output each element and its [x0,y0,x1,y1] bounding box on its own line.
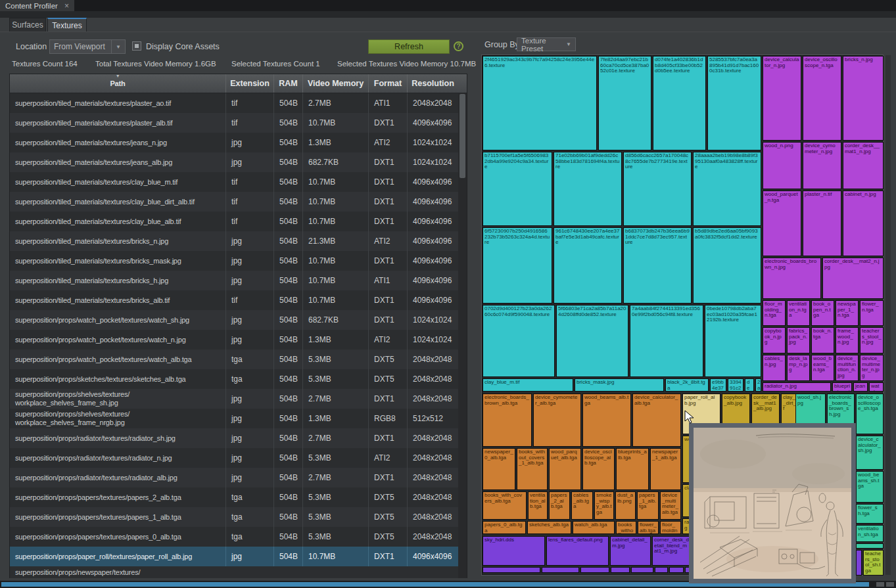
tab-textures[interactable]: Textures [47,18,87,32]
treemap-cell[interactable]: device_cymometer_alb.tga [533,394,581,447]
table-row[interactable]: superposition/tiled_materials/textures/b… [10,251,459,271]
treemap-cell[interactable]: b5d89dbe2ed6aa05bf9093a0fc3832f5dcf1dd2.… [693,227,761,304]
treemap-cell[interactable]: sky_hdri.dds [483,536,545,566]
treemap-cell[interactable] [856,550,862,576]
treemap-cell[interactable]: wood_beams_sh.tga [856,471,884,503]
treemap-cell[interactable]: wood_beams_alb.tga [582,394,631,447]
table-row[interactable]: superposition/tiled_materials/textures/c… [10,172,459,192]
treemap-cell[interactable]: flower_n.tga [860,300,884,326]
treemap-cell[interactable]: device_oscilloscope_n.tga [803,56,841,141]
treemap-cell[interactable]: newspaper_0_alb.tga [483,448,515,490]
treemap-cell[interactable]: papers_2_alb.tga [549,491,570,520]
table-row[interactable]: superposition/tiled_materials/textures/j… [10,152,459,172]
table-row[interactable]: superposition/props/papers/textures/pape… [10,527,459,547]
table-row[interactable]: superposition/props/watch_pocket/texture… [10,310,459,330]
group-by-dropdown[interactable]: Texture Preset ▼ [517,37,576,51]
table-row-partial[interactable]: superposition/props/newspaper/textures/ [10,566,459,578]
tab-content-profiler[interactable]: Content Profiler × [0,0,74,11]
treemap-cell[interactable]: books_without_covers_1_alb.tga [517,448,548,490]
treemap-cell[interactable]: newspaper_1_alb.tga [650,448,681,490]
table-row[interactable]: superposition/tiled_materials/textures/b… [10,271,459,290]
treemap-cell[interactable]: 71e02bb69b01af9dedd26c58bbe183d781694f4a… [554,152,622,226]
treemap-cell[interactable]: radiator_n.jpg [763,382,831,392]
treemap-cell[interactable]: copybook_alb.jpg [722,394,750,424]
treemap-cell[interactable]: blueprints_n.tga [832,382,852,392]
treemap-cell[interactable]: floor_molding_alb.tga [660,521,681,534]
treemap-cell[interactable]: desk_lamp_n.jpg [787,355,810,381]
treemap-cell[interactable]: black_2k_8bit.tga [665,378,709,392]
treemap-cell[interactable]: device_oscilloscope_alb.tga [582,448,615,490]
table-row[interactable]: superposition/props/shelves/textures/ wo… [10,389,459,409]
treemap-cell[interactable]: dust_alb.png [615,491,636,520]
treemap-cell[interactable] [856,543,884,549]
table-row[interactable]: superposition/tiled_materials/textures/c… [10,212,459,231]
close-icon[interactable]: × [64,3,69,9]
treemap-cell[interactable]: 5285537bfc7a0ea3a895b41d91d7bac1600c31b.… [707,56,761,150]
treemap-cell[interactable]: 961c6748430ee207a4ee37baf7e5e3d1ab49cafc… [554,227,622,304]
treemap-cell[interactable] [483,567,540,573]
treemap-cell[interactable]: cables_n.jpg [763,355,786,381]
treemap-cell[interactable]: book_open_n.tga [811,300,834,326]
treemap-cell[interactable]: plaster_n.tif [803,191,841,256]
treemap-cell[interactable]: 28aaaa2beb19b98e8b89f395130aaf0a483828ff… [693,152,761,226]
treemap-cell[interactable]: bricks_mask.jpg [575,378,664,392]
table-row[interactable]: superposition/props/radiator/textures/ra… [10,468,459,487]
table-row[interactable]: superposition/tiled_materials/textures/b… [10,290,459,310]
treemap-cell[interactable]: device_multimeter_n.jpg [860,355,884,381]
treemap-cell[interactable]: 5f66803e71ca2a85b7a11a204d2608ffd0de852.… [556,305,628,377]
refresh-button[interactable]: Refresh [368,39,450,54]
treemap-cell[interactable]: e9bb4e37221c [710,378,726,392]
treemap-cell[interactable]: wood_parquet_n.tga [763,191,801,256]
treemap-cell[interactable]: 6f57230907b250d4916586232b73b5263c324a4d… [483,227,552,304]
treemap-cell[interactable]: smoke_wispy_alb.tga [594,491,614,520]
treemap-cell[interactable]: teachers_stool_sh.tga [863,550,884,576]
treemap-cell[interactable]: 2a [755,378,761,392]
treemap-cell[interactable] [669,567,684,573]
table-row[interactable]: superposition/tiled_materials/textures/p… [10,113,459,133]
treemap-cell[interactable]: flower_alb.tga [638,521,659,534]
treemap-cell[interactable]: blueprints_alb.tga [616,448,649,490]
treemap-cell[interactable]: ventilation_n.tga [787,300,810,326]
table-row[interactable]: superposition/props/radiator/textures/ra… [10,428,459,448]
treemap-cell[interactable]: cabinet_detail_m.jpg [610,536,651,566]
treemap-cell[interactable]: desk_la [745,378,754,392]
treemap-cell[interactable]: fabrics_pack_n.jpg [787,327,810,353]
treemap-cell[interactable]: bricks_n.jpg [843,56,884,141]
treemap-cell[interactable]: 0bede10798db2aba7ec03ad1020a35fcae12192b… [705,305,761,377]
treemap-cell[interactable] [655,567,668,573]
treemap-cell[interactable]: books_without_cov [616,521,636,534]
column-header-path[interactable]: ▼ Path [10,74,226,93]
treemap-cell[interactable]: floor_molding_n.tga [763,300,786,326]
treemap-cell[interactable]: clay_blue_m.tif [483,378,573,392]
treemap-cell[interactable]: frame_wood_n.jpg [836,327,859,353]
table-row[interactable]: superposition/tiled_materials/textures/j… [10,133,459,152]
treemap-cell[interactable]: electronic_boards_brown_alb.tga [483,394,532,447]
treemap-cell[interactable]: wood_n.png [763,142,801,189]
column-header-extension[interactable]: Extension [226,74,274,93]
treemap-cell[interactable]: wood_beams_n.tga [811,355,834,381]
table-vertical-scrollbar[interactable] [458,93,467,578]
treemap-cell[interactable] [631,567,653,573]
treemap-cell[interactable]: books_with_covers_alb.tga [483,491,527,520]
table-row[interactable]: superposition/tiled_materials/textures/c… [10,192,459,212]
table-row[interactable]: superposition/props/watch_pocket/texture… [10,330,459,350]
treemap-cell[interactable]: papers_0_alb.tga [483,521,526,534]
treemap-cell[interactable]: watch_alb.tga [573,521,615,534]
treemap-cell[interactable]: corder_desk__mat1_n.jpg [843,142,884,189]
table-row[interactable]: superposition/props/shelves/textures/ wo… [10,409,459,428]
treemap-cell[interactable]: cables_alb.tga [571,491,593,520]
treemap-cell[interactable] [542,567,579,573]
table-row[interactable]: superposition/props/papers/textures/pape… [10,487,459,507]
treemap-cell[interactable]: wood_parquet_alb.tga [549,448,581,490]
treemap-cell[interactable]: device_multimeter_alb.tga [660,491,681,520]
treemap-cell[interactable] [611,567,630,573]
treemap-cell[interactable]: corder_desk__mat1_alb.jpg [751,394,780,424]
table-row[interactable]: superposition/props/papers/textures/pape… [10,507,459,527]
treemap-cell[interactable] [580,567,609,573]
treemap-cell[interactable]: book_n.tga [811,327,834,353]
table-row[interactable]: superposition/props/watch_pocket/texture… [10,350,459,369]
treemap-cell[interactable]: watch_n.jpg [869,382,884,392]
treemap-cell[interactable]: flower_sh.tga [856,504,884,524]
treemap-cell[interactable]: 7fe82d4aa97ebc21b60ca70cd5ce387ba052c01e… [598,56,651,150]
table-row[interactable]: superposition/props/sketches/textures/sk… [10,369,459,389]
